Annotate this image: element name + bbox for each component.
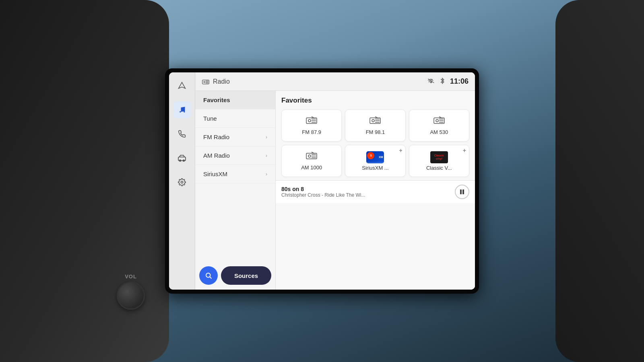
screen: Radio (169, 72, 475, 290)
siriusxm-plus: + (399, 147, 402, 154)
search-icon (205, 272, 212, 279)
bluetooth-icon (440, 77, 445, 86)
content-body: Favorites Tune FM Radio › AM Radio › (195, 91, 475, 290)
sidebar-icon-settings[interactable] (173, 174, 190, 191)
right-panel: Favorites (276, 91, 475, 290)
favorite-tile-siriusxm[interactable]: + S XM SiriusXM ... (345, 145, 405, 177)
menu-item-am-radio[interactable]: AM Radio › (195, 146, 275, 165)
menu-item-fm-radio[interactable]: FM Radio › (195, 128, 275, 146)
header: Radio (195, 72, 475, 91)
menu-panel: Favorites Tune FM Radio › AM Radio › (195, 91, 276, 290)
fm879-icon (306, 116, 317, 128)
favorites-panel-title: Favorites (281, 97, 469, 105)
classicvinyl-logo: Classicvinyl (430, 151, 448, 163)
dash-right-panel (555, 0, 644, 362)
dashboard-background: VOL (0, 0, 644, 362)
radio-header-icon (202, 78, 210, 85)
sidebar-icon-music[interactable] (173, 101, 190, 118)
vol-label: VOL (125, 274, 137, 280)
svg-point-2 (180, 160, 181, 162)
header-right: 11:06 (427, 77, 469, 86)
sidebar-icon-navigation[interactable] (173, 77, 190, 94)
fm981-label: FM 98.1 (366, 129, 385, 135)
favorite-tile-fm981[interactable]: FM 98.1 (345, 109, 405, 142)
now-playing-subtitle: Christopher Cross - Ride Like The Wi... (281, 192, 365, 198)
svg-point-26 (436, 119, 438, 122)
now-playing-bar: 80s on 8 Christopher Cross - Ride Like T… (276, 180, 475, 203)
siriusxm-label: SiriusXM ... (362, 165, 388, 171)
am-radio-arrow: › (266, 153, 267, 158)
favorite-tile-classicvinyl[interactable]: + Classicvinyl Classic V... (409, 145, 469, 177)
classicvinyl-label: Classic V... (426, 165, 452, 171)
volume-area: VOL (117, 274, 145, 310)
favorite-tile-am530[interactable]: AM 530 (409, 109, 469, 142)
am1000-label: AM 1000 (301, 165, 322, 171)
favorites-grid: FM 87.9 (281, 109, 469, 177)
siriusxm-arrow: › (266, 171, 267, 177)
svg-point-3 (183, 160, 185, 162)
am1000-icon (306, 152, 317, 163)
search-button[interactable] (199, 266, 218, 285)
svg-point-20 (372, 119, 374, 122)
volume-knob[interactable] (117, 282, 145, 310)
menu-bottom: Sources (195, 261, 275, 290)
menu-item-favorites[interactable]: Favorites (195, 91, 275, 109)
favorite-tile-fm879[interactable]: FM 87.9 (281, 109, 342, 142)
time-display: 11:06 (450, 77, 469, 86)
sidebar-icon-phone[interactable] (173, 125, 190, 142)
svg-point-10 (431, 82, 431, 82)
sidebar (169, 72, 195, 290)
main-content: Radio (195, 72, 475, 290)
svg-rect-37 (460, 189, 462, 194)
svg-line-12 (210, 277, 211, 278)
fm-radio-arrow: › (266, 134, 267, 140)
sidebar-icon-car[interactable] (173, 150, 190, 167)
now-playing-title: 80s on 8 (281, 186, 365, 192)
no-signal-icon (427, 78, 435, 85)
svg-point-14 (308, 119, 311, 122)
header-title: Radio (213, 78, 230, 85)
svg-rect-38 (462, 189, 464, 194)
menu-item-tune[interactable]: Tune (195, 109, 275, 128)
pause-icon (459, 189, 465, 195)
svg-marker-0 (179, 82, 186, 88)
am530-icon (433, 116, 445, 128)
siriusxm-logo: S XM (366, 151, 384, 163)
now-playing-info: 80s on 8 Christopher Cross - Ride Like T… (281, 186, 365, 198)
pause-button[interactable] (455, 185, 469, 199)
am530-label: AM 530 (430, 129, 448, 135)
svg-point-4 (181, 181, 183, 183)
classicvinyl-plus: + (463, 147, 466, 154)
favorite-tile-am1000[interactable]: AM 1000 (281, 145, 342, 177)
fm879-label: FM 87.9 (302, 129, 321, 135)
menu-item-siriusxm[interactable]: SiriusXM › (195, 165, 275, 183)
sources-button[interactable]: Sources (221, 266, 271, 285)
screen-bezel: Radio (165, 68, 479, 294)
header-left: Radio (202, 78, 230, 85)
svg-point-32 (308, 155, 311, 157)
svg-point-11 (206, 273, 211, 278)
fm981-icon (369, 116, 381, 128)
svg-point-6 (204, 81, 205, 82)
